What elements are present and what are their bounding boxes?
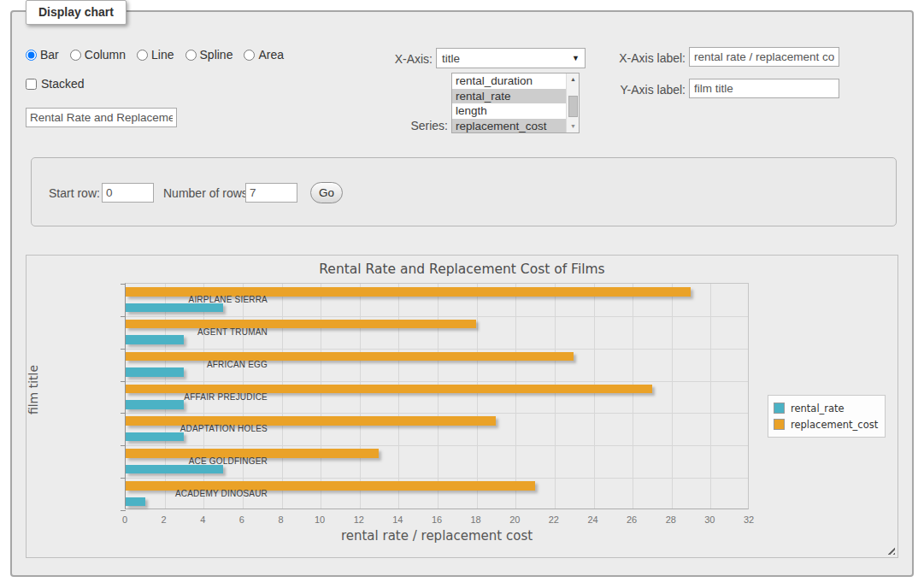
gridline [515,284,516,509]
legend-item-replacement-cost: replacement_cost [774,416,878,432]
start-row-label: Start row: [49,186,100,200]
legend-label: replacement_cost [791,419,878,431]
chart-type-radio-input-spline[interactable] [185,50,197,61]
legend-swatch-replacement-cost [774,419,785,430]
chart-type-radio-line[interactable]: Line [137,48,174,62]
display-chart-panel: Display chart BarColumnLineSplineArea St… [10,10,914,577]
chart-type-radio-group: BarColumnLineSplineArea [26,48,284,62]
chart-type-radio-label: Line [151,48,174,62]
bar-rental_rate [126,367,184,377]
y-tick-mark [121,478,126,479]
gridline [126,413,748,414]
gridline [438,284,438,509]
go-button[interactable]: Go [310,182,343,203]
bar-rental_rate [126,303,223,313]
resize-grip-icon[interactable] [886,545,895,555]
legend-label: rental_rate [791,403,845,414]
x-tick-label: 16 [432,514,442,525]
y-axis-label-input[interactable] [689,79,839,98]
y-axis-category-label: ACE GOLDFINGER [165,456,268,466]
gridline [477,284,478,509]
y-axis-category-label: AGENT TRUMAN [165,327,268,337]
y-tick-mark [121,413,126,414]
chart-type-radio-input-bar[interactable] [26,50,37,61]
x-tick-label: 18 [471,514,481,525]
gridline [710,284,711,509]
stacked-label: Stacked [41,77,85,91]
legend-item-rental-rate: rental_rate [774,400,878,416]
scroll-up-icon[interactable]: ▲ [567,73,580,85]
series-option-replacement_cost[interactable]: replacement_cost [452,119,566,134]
chevron-down-icon: ▼ [572,54,580,62]
chart-type-radio-label: Bar [40,48,59,62]
series-scrollbar[interactable]: ▲ ▼ [566,73,579,132]
x-axis-selected-value: title [442,52,460,65]
series-option-length[interactable]: length [452,103,566,119]
chart-legend: rental_rate replacement_cost [768,395,886,438]
gridline [126,349,748,350]
gridline [282,284,283,509]
x-tick-label: 24 [587,514,597,525]
x-tick-label: 6 [239,514,244,525]
chart-type-radio-input-line[interactable] [137,50,148,61]
x-axis-label-label: X-Axis label: [610,51,686,65]
chart-type-radio-input-area[interactable] [244,50,255,61]
legend-swatch-rental-rate [774,403,785,414]
number-of-rows-input[interactable] [245,183,297,203]
gridline [126,381,748,382]
y-tick-mark [121,445,126,446]
y-axis-category-label: AFRICAN EGG [165,360,268,369]
chart-title: Rental Rate and Replacement Cost of Film… [26,262,898,277]
x-axis-select[interactable]: title ▼ [436,48,586,68]
chart-type-radio-bar[interactable]: Bar [26,48,59,62]
y-axis-category-label: AIRPLANE SIERRA [165,295,268,304]
chart-type-radio-column[interactable]: Column [70,48,126,62]
bar-rental_rate [126,400,184,409]
bar-rental_rate [126,432,184,442]
x-tick-label: 2 [162,514,167,525]
x-axis-label-input[interactable] [689,47,839,67]
x-tick-label: 10 [315,514,325,525]
y-tick-mark [121,381,126,382]
scroll-down-icon[interactable]: ▼ [567,121,580,132]
x-tick-label: 12 [354,514,364,525]
stacked-checkbox-input[interactable] [26,79,37,90]
chart-container: Rental Rate and Replacement Cost of Film… [26,255,898,558]
x-tick-label: 26 [627,514,637,525]
y-axis-label-label: Y-Axis label: [610,83,686,97]
panel-title: Display chart [26,0,127,25]
gridline [594,284,595,509]
series-option-rental_duration[interactable]: rental_duration [452,73,566,89]
x-axis-select-label: X-Axis: [380,52,433,66]
y-axis-title: film title [26,347,44,432]
series-listbox[interactable]: rental_durationrental_ratelengthreplacem… [451,73,580,133]
scrollbar-thumb[interactable] [568,96,578,117]
y-axis-category-label: ACADEMY DINOSAUR [165,489,268,498]
y-tick-mark [121,284,126,285]
chart-type-radio-area[interactable]: Area [244,48,284,62]
series-option-rental_rate[interactable]: rental_rate [452,89,566,104]
x-tick-label: 14 [392,514,403,525]
y-axis-category-label: AFFAIR PREJUDICE [165,392,268,402]
chart-type-radio-label: Column [85,48,126,62]
start-row-input[interactable] [102,183,154,203]
chart-type-radio-input-column[interactable] [70,50,81,61]
gridline [633,284,633,509]
chart-type-radio-spline[interactable]: Spline [185,48,233,62]
gridline [321,284,321,509]
series-options: rental_durationrental_ratelengthreplacem… [452,73,566,133]
y-tick-mark [121,510,126,511]
number-of-rows-label: Number of rows: [163,186,251,200]
x-tick-label: 4 [200,514,205,525]
x-tick-label: 0 [122,514,127,525]
gridline [398,284,399,509]
gridline [126,445,748,446]
stacked-checkbox[interactable]: Stacked [26,77,85,91]
y-axis-category-label: ADAPTATION HOLES [165,424,268,433]
chart-title-input[interactable] [26,108,177,127]
gridline [126,316,748,317]
bar-rental_rate [126,335,184,344]
gridline [672,284,673,509]
y-tick-mark [121,316,126,317]
x-tick-label: 22 [549,514,559,525]
